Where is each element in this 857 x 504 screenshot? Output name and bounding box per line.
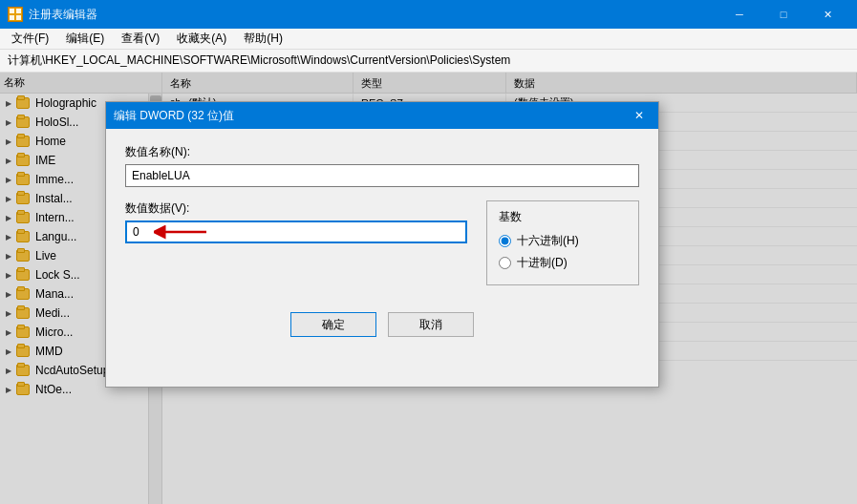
arrow-indicator (154, 222, 211, 242)
menu-item-文件F[interactable]: 文件(F) (4, 29, 56, 49)
edit-dword-dialog: 编辑 DWORD (32 位)值 ✕ 数值名称(N): 数值数据(V): (105, 101, 659, 388)
confirm-button[interactable]: 确定 (290, 312, 376, 337)
dialog-title: 编辑 DWORD (32 位)值 (114, 108, 234, 124)
svg-rect-0 (10, 9, 14, 13)
close-button[interactable]: ✕ (805, 0, 849, 29)
dialog-overlay: 编辑 DWORD (32 位)值 ✕ 数值名称(N): 数值数据(V): (0, 73, 857, 504)
radio-dec-label[interactable]: 十进制(D) (499, 255, 627, 271)
radio-hex-label[interactable]: 十六进制(H) (499, 233, 627, 249)
dialog-title-bar: 编辑 DWORD (32 位)值 ✕ (106, 102, 658, 129)
dialog-close-button[interactable]: ✕ (628, 105, 651, 126)
menu-bar: 文件(F)编辑(E)查看(V)收藏夹(A)帮助(H) (0, 29, 857, 50)
dialog-value-wrap: 数值数据(V): (125, 200, 467, 243)
radio-dec-label-text: 十进制(D) (517, 255, 568, 271)
svg-rect-2 (10, 15, 14, 20)
menu-item-收藏夹A[interactable]: 收藏夹(A) (169, 29, 234, 49)
dialog-data-input-container (125, 220, 467, 243)
radio-hex-label-text: 十六进制(H) (517, 233, 579, 249)
menu-item-查看V[interactable]: 查看(V) (114, 29, 167, 49)
dialog-footer: 确定 取消 (125, 304, 639, 352)
main-content: 名称 ▶ Holographic ▶ HoloSl... ▶ Home ▶ IM… (0, 73, 857, 504)
svg-rect-1 (16, 9, 21, 13)
dialog-data-label: 数值数据(V): (125, 200, 467, 217)
menu-item-帮助H[interactable]: 帮助(H) (236, 29, 290, 49)
maximize-button[interactable]: □ (761, 0, 805, 29)
window-controls: ─ □ ✕ (718, 0, 849, 29)
dialog-name-label: 数值名称(N): (125, 144, 639, 160)
radio-hex[interactable] (499, 235, 511, 247)
breadcrumb: 计算机\HKEY_LOCAL_MACHINE\SOFTWARE\Microsof… (0, 50, 857, 73)
base-group-title: 基数 (499, 209, 627, 225)
title-bar: 注册表编辑器 ─ □ ✕ (0, 0, 857, 29)
dialog-body: 数值名称(N): 数值数据(V): (106, 129, 658, 368)
cancel-button[interactable]: 取消 (388, 312, 474, 337)
base-group: 基数 十六进制(H) 十进制(D) (486, 200, 639, 285)
radio-dec[interactable] (499, 257, 511, 269)
dialog-value-row: 数值数据(V): (125, 200, 639, 285)
breadcrumb-text: 计算机\HKEY_LOCAL_MACHINE\SOFTWARE\Microsof… (8, 52, 510, 69)
dialog-name-input[interactable] (125, 164, 639, 187)
app-icon (8, 7, 23, 22)
menu-item-编辑E[interactable]: 编辑(E) (58, 29, 112, 49)
svg-rect-3 (16, 15, 21, 20)
minimize-button[interactable]: ─ (718, 0, 761, 29)
window-title: 注册表编辑器 (29, 7, 712, 23)
